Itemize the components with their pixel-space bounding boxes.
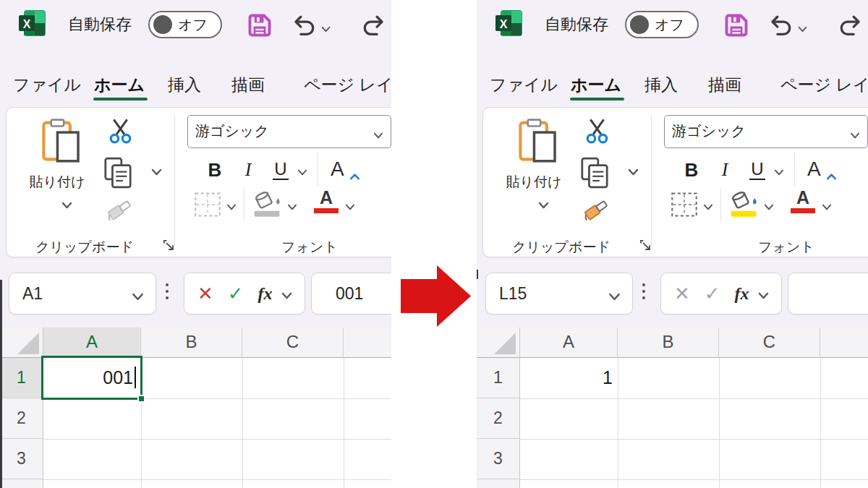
font-name-select[interactable]: 游ゴシック <box>664 115 868 148</box>
font-name-select[interactable]: 游ゴシック <box>187 115 391 148</box>
button-separator <box>244 189 244 221</box>
row-header-2[interactable]: 2 <box>477 398 520 439</box>
name-box[interactable]: A1 <box>9 273 156 314</box>
italic-button[interactable]: I <box>710 154 739 186</box>
function-chevron-icon[interactable] <box>281 289 292 302</box>
cell-a1[interactable]: 1 <box>520 358 618 398</box>
undo-button[interactable] <box>767 12 793 38</box>
tab-insert[interactable]: 挿入 <box>168 69 201 100</box>
font-color-button[interactable]: A <box>787 187 819 219</box>
fill-handle[interactable] <box>137 395 145 403</box>
cut-button[interactable] <box>109 118 132 147</box>
column-header-b[interactable]: B <box>618 328 719 358</box>
fill-color-button[interactable] <box>251 189 283 221</box>
font-name-value: 游ゴシック <box>672 116 746 147</box>
clipboard-dialog-launcher-icon[interactable] <box>639 239 652 254</box>
copy-icon <box>580 157 609 189</box>
underline-dropdown-chevron-icon[interactable] <box>297 166 307 179</box>
cancel-button[interactable]: ✕ <box>674 283 690 305</box>
bold-button[interactable]: B <box>676 154 707 186</box>
tab-draw[interactable]: 描画 <box>708 69 741 100</box>
select-all-corner[interactable] <box>0 328 43 358</box>
undo-button[interactable] <box>291 12 317 38</box>
insert-function-button[interactable]: fx <box>735 284 749 304</box>
underline-dropdown-chevron-icon[interactable] <box>774 166 784 179</box>
autosave-label: 自動保存 <box>545 10 608 39</box>
column-header-d-clipped[interactable] <box>344 328 391 358</box>
tab-draw[interactable]: 描画 <box>231 69 265 100</box>
font-color-dropdown-chevron-icon[interactable] <box>822 200 832 213</box>
font-color-button[interactable]: A <box>310 187 342 219</box>
function-chevron-icon[interactable] <box>758 289 769 302</box>
fill-color-button[interactable] <box>728 189 760 221</box>
borders-button[interactable] <box>193 192 222 221</box>
column-header-c[interactable]: C <box>719 328 820 358</box>
format-painter-button[interactable] <box>582 194 616 225</box>
grow-font-button[interactable]: A <box>803 153 841 186</box>
redo-button[interactable] <box>361 12 387 38</box>
tab-home[interactable]: ホーム <box>571 69 621 100</box>
autosave-toggle[interactable]: オフ <box>625 11 699 38</box>
cut-button[interactable] <box>586 118 608 147</box>
column-header-b[interactable]: B <box>141 328 242 358</box>
underline-button[interactable]: U <box>741 154 774 186</box>
italic-button[interactable]: I <box>234 154 263 186</box>
copy-button[interactable] <box>103 157 132 192</box>
clipboard-dialog-launcher-icon[interactable] <box>163 239 175 254</box>
name-box[interactable]: L15 <box>485 273 633 314</box>
column-header-d-clipped[interactable] <box>820 328 868 358</box>
column-header-a[interactable]: A <box>43 328 141 358</box>
copy-dropdown-chevron-icon[interactable] <box>151 166 162 179</box>
copy-dropdown-chevron-icon[interactable] <box>628 166 639 179</box>
row-header-3[interactable]: 3 <box>0 439 43 479</box>
borders-dropdown-chevron-icon[interactable] <box>703 200 713 213</box>
paste-dropdown-chevron-icon[interactable] <box>61 199 72 212</box>
row-header-4[interactable]: 4 <box>477 479 520 488</box>
enter-button[interactable]: ✓ <box>228 283 244 305</box>
underline-letter: U <box>273 159 288 180</box>
column-header-a[interactable]: A <box>520 328 618 358</box>
underline-button[interactable]: U <box>264 154 297 186</box>
copy-button[interactable] <box>580 157 609 192</box>
paste-dropdown-chevron-icon[interactable] <box>538 199 549 212</box>
bold-button[interactable]: B <box>199 154 231 186</box>
paste-button[interactable] <box>519 117 558 168</box>
column-header-c[interactable]: C <box>242 328 344 358</box>
autosave-toggle[interactable]: オフ <box>148 11 222 38</box>
fill-color-dropdown-chevron-icon[interactable] <box>287 200 297 213</box>
enter-button[interactable]: ✓ <box>705 283 720 305</box>
row-header-4[interactable]: 4 <box>0 479 43 488</box>
format-painter-button[interactable] <box>105 194 139 225</box>
save-button[interactable] <box>247 12 273 39</box>
grow-font-button[interactable]: A <box>326 153 364 186</box>
paste-button[interactable] <box>42 117 81 168</box>
borders-dropdown-chevron-icon[interactable] <box>226 200 237 213</box>
font-color-dropdown-chevron-icon[interactable] <box>345 200 355 213</box>
tab-file[interactable]: ファイル <box>13 69 81 100</box>
undo-dropdown-chevron-icon[interactable] <box>798 22 807 35</box>
tab-page-layout[interactable]: ページ レイアウト <box>780 69 868 100</box>
redo-button[interactable] <box>838 12 864 38</box>
row-header-1[interactable]: 1 <box>0 358 43 398</box>
row-header-1[interactable]: 1 <box>477 358 520 398</box>
insert-function-button[interactable]: fx <box>258 284 273 304</box>
borders-icon <box>193 192 222 218</box>
cancel-button[interactable]: ✕ <box>197 283 213 305</box>
tab-file[interactable]: ファイル <box>490 69 558 100</box>
fill-color-dropdown-chevron-icon[interactable] <box>764 200 774 213</box>
save-button[interactable] <box>723 12 749 39</box>
tab-insert[interactable]: 挿入 <box>644 69 678 100</box>
tab-home[interactable]: ホーム <box>94 69 145 100</box>
row-header-2[interactable]: 2 <box>0 398 43 439</box>
borders-icon <box>670 192 699 218</box>
row-header-3[interactable]: 3 <box>477 439 520 479</box>
tab-page-layout[interactable]: ページ レイアウト <box>304 69 391 100</box>
undo-dropdown-chevron-icon[interactable] <box>321 22 331 35</box>
formula-bar-splitter-icon[interactable] <box>166 283 169 299</box>
formula-bar-input[interactable] <box>788 273 868 314</box>
select-all-corner[interactable] <box>477 328 520 358</box>
formula-bar-input[interactable]: 001 <box>311 273 391 314</box>
formula-bar-splitter-icon[interactable] <box>642 283 645 299</box>
clipboard-paste-icon <box>519 117 558 165</box>
borders-button[interactable] <box>670 192 699 221</box>
